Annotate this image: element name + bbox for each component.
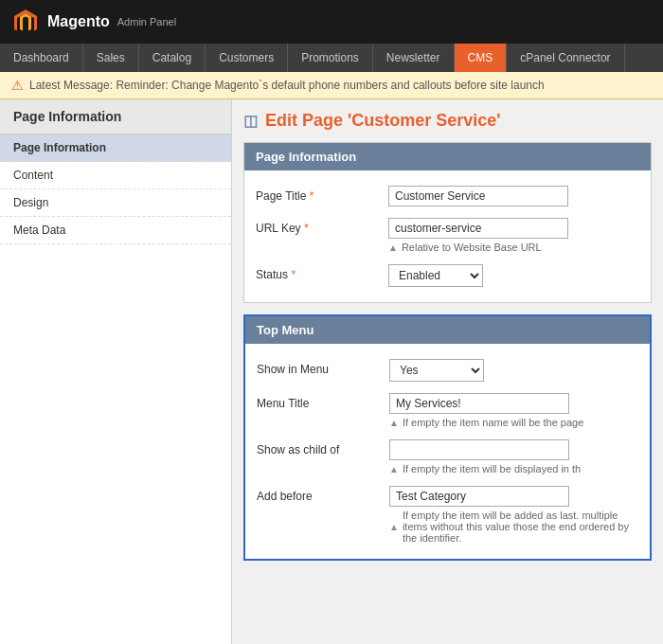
page-info-section-header: Page Information [244, 143, 651, 170]
sidebar-item-content[interactable]: Content [0, 162, 231, 189]
input-page-title[interactable] [388, 186, 568, 206]
value-show-as-child: ▲ If empty the item will be displayed in… [389, 439, 638, 474]
value-status: Enabled Disabled [388, 264, 639, 287]
nav-dashboard[interactable]: Dashboard [0, 44, 83, 72]
nav-cpanel[interactable]: cPanel Connector [507, 44, 624, 72]
nav-customers[interactable]: Customers [206, 44, 288, 72]
sidebar-item-page-information[interactable]: Page Information [0, 134, 231, 162]
input-menu-title[interactable] [389, 393, 569, 414]
alert-text: Latest Message: Reminder: Change Magento… [29, 79, 545, 92]
page-title: Edit Page 'Customer Service' [265, 111, 501, 131]
label-show-as-child: Show as child of [257, 439, 389, 456]
menu-title-hint: ▲ If empty the item name will be the pag… [389, 417, 638, 428]
hint-arrow-menu-icon: ▲ [389, 418, 399, 428]
page-title-area: ◫ Edit Page 'Customer Service' [243, 111, 652, 131]
select-show-in-menu[interactable]: Yes No [389, 359, 484, 382]
label-add-before: Add before [257, 486, 389, 503]
logo-area: Magento Admin Panel [11, 8, 176, 36]
required-star: * [310, 189, 314, 203]
add-before-hint: ▲ If empty the item will be added as las… [389, 510, 638, 544]
top-menu-section-header: Top Menu [245, 316, 650, 344]
sidebar-item-design[interactable]: Design [0, 189, 231, 217]
edit-page-icon: ◫ [243, 112, 258, 130]
form-row-page-title: Page Title * [244, 180, 651, 212]
top-menu-section-body: Show in Menu Yes No Menu Title ▲ [245, 344, 650, 559]
nav-sales[interactable]: Sales [83, 44, 139, 72]
form-row-show-in-menu: Show in Menu Yes No [245, 353, 650, 387]
alert-bar: ⚠ Latest Message: Reminder: Change Magen… [0, 72, 663, 99]
url-key-hint: ▲ Relative to Website Base URL [388, 242, 639, 253]
app-header: Magento Admin Panel [0, 0, 663, 44]
form-row-add-before: Add before ▲ If empty the item will be a… [245, 480, 650, 549]
main-nav: Dashboard Sales Catalog Customers Promot… [0, 44, 663, 72]
hint-arrow-before-icon: ▲ [389, 522, 399, 532]
value-menu-title: ▲ If empty the item name will be the pag… [389, 393, 638, 428]
required-star-3: * [291, 268, 296, 281]
value-add-before: ▲ If empty the item will be added as las… [389, 486, 638, 544]
nav-newsletter[interactable]: Newsletter [373, 44, 455, 72]
logo-text: Magento [47, 13, 110, 30]
input-add-before[interactable] [389, 486, 569, 507]
content-area: ◫ Edit Page 'Customer Service' Page Info… [232, 99, 663, 644]
top-menu-section: Top Menu Show in Menu Yes No Menu Title [243, 314, 652, 561]
form-row-status: Status * Enabled Disabled [244, 259, 651, 293]
hint-arrow-child-icon: ▲ [389, 464, 399, 474]
page-information-section: Page Information Page Title * URL Key [243, 142, 652, 303]
sidebar-title: Page Information [0, 99, 231, 134]
label-url-key: URL Key * [256, 218, 388, 235]
required-star-2: * [304, 222, 309, 235]
label-page-title: Page Title * [256, 186, 388, 203]
form-row-url-key: URL Key * ▲ Relative to Website Base URL [244, 212, 651, 259]
input-url-key[interactable] [388, 218, 568, 239]
main-layout: Page Information Page Information Conten… [0, 99, 663, 644]
hint-arrow-icon: ▲ [388, 242, 398, 253]
sidebar: Page Information Page Information Conten… [0, 99, 232, 644]
select-status[interactable]: Enabled Disabled [388, 264, 483, 287]
alert-icon: ⚠ [11, 78, 24, 93]
form-row-menu-title: Menu Title ▲ If empty the item name will… [245, 387, 650, 434]
value-show-in-menu: Yes No [389, 359, 638, 382]
input-show-as-child[interactable] [389, 439, 569, 460]
label-show-in-menu: Show in Menu [257, 359, 389, 376]
sidebar-item-meta-data[interactable]: Meta Data [0, 217, 231, 244]
value-url-key: ▲ Relative to Website Base URL [388, 218, 639, 253]
value-page-title [388, 186, 639, 206]
page-info-section-body: Page Title * URL Key * [244, 170, 651, 302]
label-status: Status * [256, 264, 388, 281]
nav-promotions[interactable]: Promotions [288, 44, 373, 72]
nav-cms[interactable]: CMS [455, 44, 508, 72]
label-menu-title: Menu Title [257, 393, 389, 410]
magento-logo-icon [11, 8, 40, 36]
show-as-child-hint: ▲ If empty the item will be displayed in… [389, 463, 638, 474]
nav-catalog[interactable]: Catalog [139, 44, 206, 72]
form-row-show-as-child: Show as child of ▲ If empty the item wil… [245, 434, 650, 480]
logo-subtitle: Admin Panel [117, 16, 176, 27]
